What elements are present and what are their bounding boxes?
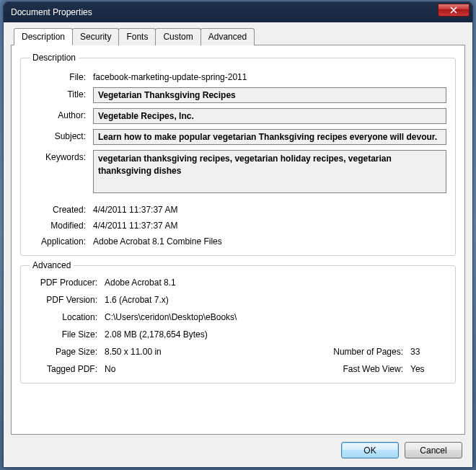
num-pages-label: Number of Pages: bbox=[317, 347, 410, 357]
file-label: File: bbox=[30, 70, 93, 82]
fast-web-label: Fast Web View: bbox=[317, 364, 410, 374]
title-label: Title: bbox=[30, 87, 93, 99]
created-label: Created: bbox=[30, 203, 93, 215]
dialog-window: Document Properties Description Security… bbox=[3, 1, 473, 468]
close-button[interactable] bbox=[438, 4, 470, 17]
tab-security[interactable]: Security bbox=[72, 28, 119, 45]
modified-label: Modified: bbox=[30, 218, 93, 231]
keywords-input[interactable]: vegetarian thanksgiving recipes, vegetar… bbox=[93, 150, 446, 193]
tab-panel-description: Description File: facebook-marketing-upd… bbox=[11, 45, 465, 435]
titlebar-title: Document Properties bbox=[11, 7, 92, 17]
pdf-version-value: 1.6 (Acrobat 7.x) bbox=[105, 295, 446, 305]
page-size-value: 8.50 x 11.00 in bbox=[105, 347, 317, 357]
location-label: Location: bbox=[30, 312, 105, 322]
subject-label: Subject: bbox=[30, 129, 93, 141]
tagged-pdf-label: Tagged PDF: bbox=[30, 364, 105, 374]
button-row: OK Cancel bbox=[11, 435, 465, 460]
application-value: Adobe Acrobat 8.1 Combine Files bbox=[93, 234, 222, 247]
pdf-producer-value: Adobe Acrobat 8.1 bbox=[105, 278, 446, 288]
pdf-version-label: PDF Version: bbox=[30, 295, 105, 305]
num-pages-value: 33 bbox=[410, 347, 446, 357]
location-value: C:\Users\ceridon\Desktop\eBooks\ bbox=[105, 312, 446, 322]
author-input[interactable]: Vegetable Recipes, Inc. bbox=[93, 108, 446, 124]
tab-custom[interactable]: Custom bbox=[155, 28, 200, 45]
tab-bar: Description Security Fonts Custom Advanc… bbox=[14, 28, 465, 45]
tab-advanced[interactable]: Advanced bbox=[200, 28, 255, 45]
advanced-group: Advanced PDF Producer: Adobe Acrobat 8.1… bbox=[20, 260, 456, 383]
close-icon bbox=[450, 6, 457, 14]
description-legend: Description bbox=[30, 53, 79, 63]
author-label: Author: bbox=[30, 108, 93, 120]
created-value: 4/4/2011 11:37:37 AM bbox=[93, 203, 177, 215]
keywords-label: Keywords: bbox=[30, 150, 93, 162]
fast-web-value: Yes bbox=[410, 364, 446, 374]
dialog-content: Description Security Fonts Custom Advanc… bbox=[4, 22, 472, 467]
ok-button[interactable]: OK bbox=[341, 442, 399, 458]
page-size-label: Page Size: bbox=[30, 347, 105, 357]
pdf-producer-label: PDF Producer: bbox=[30, 278, 105, 288]
file-value: facebook-marketing-update-spring-2011 bbox=[93, 70, 247, 82]
tab-description[interactable]: Description bbox=[14, 28, 73, 45]
title-input[interactable]: Vegetarian Thanksgiving Recipes bbox=[93, 87, 446, 103]
subject-input[interactable]: Learn how to make popular vegetarian Tha… bbox=[93, 129, 446, 145]
tagged-pdf-value: No bbox=[105, 364, 317, 374]
modified-value: 4/4/2011 11:37:37 AM bbox=[93, 218, 177, 231]
file-size-value: 2.08 MB (2,178,654 Bytes) bbox=[105, 329, 446, 340]
cancel-button[interactable]: Cancel bbox=[405, 442, 462, 458]
titlebar[interactable]: Document Properties bbox=[4, 2, 472, 22]
file-size-label: File Size: bbox=[30, 329, 105, 340]
tab-fonts[interactable]: Fonts bbox=[118, 28, 156, 45]
advanced-legend: Advanced bbox=[30, 260, 74, 270]
application-label: Application: bbox=[30, 234, 93, 247]
description-group: Description File: facebook-marketing-upd… bbox=[20, 53, 456, 256]
